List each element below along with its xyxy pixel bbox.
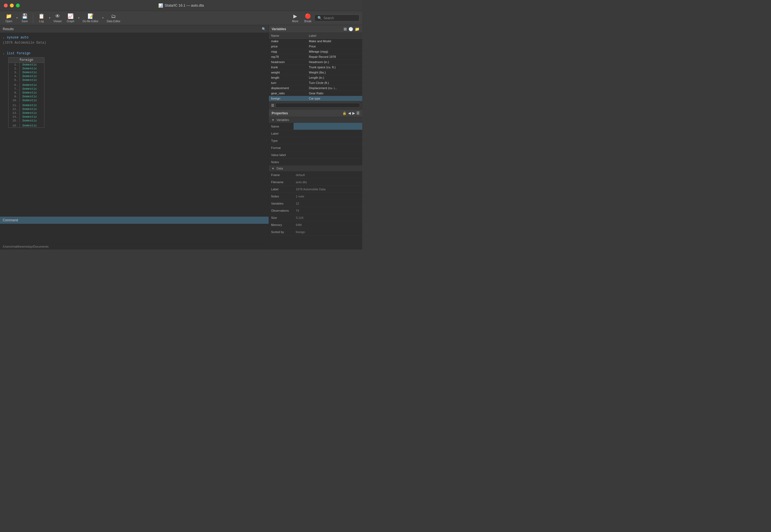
- var-name-cell: trunk: [269, 65, 307, 70]
- variable-row[interactable]: displacementDisplacement (cu. i...: [269, 86, 362, 91]
- variable-row[interactable]: trunkTrunk space (cu. ft.): [269, 65, 362, 70]
- break-button[interactable]: 🔴 Break: [302, 12, 314, 24]
- prop-data-key: Notes: [269, 195, 293, 198]
- var-label-cell: Displacement (cu. i...: [307, 86, 362, 91]
- properties-label: Properties: [272, 111, 288, 115]
- variables-history-icon[interactable]: 🕐: [348, 27, 353, 31]
- var-name-cell: displacement: [269, 86, 307, 91]
- variable-row[interactable]: weightWeight (lbs.): [269, 70, 362, 75]
- prop-data-value: foreign: [293, 228, 362, 235]
- variables-label: Variables: [272, 27, 286, 31]
- var-filter-icon[interactable]: ☰: [271, 103, 274, 107]
- properties-prev-icon[interactable]: ◀: [348, 111, 351, 115]
- viewer-button[interactable]: 👁 Viewer: [51, 12, 64, 24]
- properties-menu-icon[interactable]: ☰: [356, 111, 359, 115]
- table-row: 9.Domestic: [9, 95, 44, 98]
- table-row: 13.Domestic: [9, 111, 44, 115]
- variables-table-header-row: Name Label: [269, 33, 362, 39]
- variable-row[interactable]: gear_ratioGear Ratio: [269, 91, 362, 96]
- viewer-icon: 👁: [55, 13, 60, 19]
- prop-data-row: Size3.11K: [269, 214, 362, 221]
- prop-data-row: Notes1 note: [269, 193, 362, 200]
- prop-row: Type: [269, 137, 362, 144]
- toolbar: 📁 Open ▼ 💾 Save 📋 Log ▼ 👁 Viewer 📈 Graph…: [0, 11, 362, 25]
- table-row: 6.Domestic: [9, 83, 44, 87]
- properties-next-icon[interactable]: ▶: [352, 111, 355, 115]
- var-name-cell: turn: [269, 80, 307, 86]
- variables-header-icons: ⊞ 🕐 📁: [343, 27, 359, 31]
- prop-var-rows: NameLabelTypeFormatValue labelNotes: [269, 123, 362, 166]
- variable-row[interactable]: makeMake and Model: [269, 39, 362, 44]
- prop-data-value: 1 note: [293, 193, 362, 200]
- open-button[interactable]: 📁 Open: [3, 12, 15, 24]
- log-dropdown-arrow[interactable]: ▼: [49, 17, 51, 19]
- minimize-button[interactable]: [10, 4, 14, 7]
- more-button[interactable]: ▶ More: [289, 12, 301, 24]
- graph-dropdown-arrow[interactable]: ▼: [78, 17, 80, 19]
- prop-data-value: 3.11K: [293, 214, 362, 221]
- prop-value: [293, 137, 362, 144]
- command-bar: Command: [0, 217, 268, 224]
- log-button[interactable]: 📋 Log: [35, 12, 47, 24]
- var-name-cell: make: [269, 39, 307, 44]
- prop-key: Type: [269, 139, 293, 142]
- var-name-cell: length: [269, 75, 307, 80]
- table-row: 4.Domestic: [9, 74, 44, 78]
- table-row: 12.Domestic: [9, 107, 44, 111]
- prop-data-row: Variables12: [269, 200, 362, 207]
- results-content[interactable]: . sysuse auto (1978 Automobile Data) . l…: [0, 33, 268, 217]
- prop-variables-group-header[interactable]: ▼ Variables: [269, 117, 362, 123]
- prop-data-key: Variables: [269, 202, 293, 205]
- search-icon: 🔍: [317, 16, 322, 20]
- variable-row[interactable]: pricePrice: [269, 44, 362, 49]
- prop-data-group-header[interactable]: ▼ Data: [269, 166, 362, 171]
- close-button[interactable]: [4, 4, 8, 7]
- var-label-cell: Price: [307, 44, 362, 49]
- variables-table-scroll[interactable]: Name Label makeMake and ModelpricePricem…: [269, 33, 362, 101]
- prop-data-group-label: Data: [276, 167, 283, 170]
- variables-folder-icon[interactable]: 📁: [355, 27, 359, 31]
- variables-grid-icon[interactable]: ⊞: [343, 27, 347, 31]
- search-input[interactable]: [323, 16, 356, 20]
- command-input-area[interactable]: [0, 224, 268, 243]
- results-label: Results: [3, 27, 14, 31]
- data-group-chevron: ▼: [272, 167, 274, 170]
- foreign-table-header: foreign: [9, 58, 44, 63]
- results-line-3: [3, 46, 266, 51]
- search-box[interactable]: 🔍: [314, 15, 359, 21]
- variable-row[interactable]: mpgMileage (mpg): [269, 49, 362, 54]
- table-row: 10.Domestic: [9, 98, 44, 102]
- results-search-icon[interactable]: 🔍: [262, 27, 266, 31]
- prop-data-value: 74: [293, 207, 362, 214]
- variable-row[interactable]: rep78Repair Record 1978: [269, 54, 362, 60]
- table-row: 3.Domestic: [9, 70, 44, 74]
- open-dropdown-arrow[interactable]: ▼: [16, 17, 18, 19]
- variable-search-input[interactable]: [275, 103, 360, 108]
- prop-key: Value label: [269, 153, 293, 157]
- prop-data-key: Observations: [269, 209, 293, 212]
- properties-lock-icon[interactable]: 🔒: [342, 111, 346, 115]
- var-name-cell: headroom: [269, 60, 307, 65]
- variables-section-header: Variables ⊞ 🕐 📁: [269, 25, 362, 33]
- prop-data-value: 1978 Automobile Data: [293, 186, 362, 193]
- prop-value[interactable]: [293, 123, 362, 130]
- variable-row[interactable]: lengthLength (in.): [269, 75, 362, 80]
- prop-data-row: Framedefault: [269, 171, 362, 179]
- variable-row[interactable]: foreignCar type: [269, 96, 362, 101]
- graph-button[interactable]: 📈 Graph: [64, 12, 77, 24]
- traffic-lights[interactable]: [4, 4, 20, 7]
- dataeditor-button[interactable]: 🗂 Data Editor: [104, 12, 123, 24]
- var-label-cell: Gear Ratio: [307, 91, 362, 96]
- prop-data-row: Memory64M: [269, 221, 362, 228]
- prop-key: Notes: [269, 160, 293, 164]
- prop-data-key: Size: [269, 216, 293, 219]
- maximize-button[interactable]: [16, 4, 20, 7]
- variable-row[interactable]: turnTurn Circle (ft.): [269, 80, 362, 86]
- right-panel: Variables ⊞ 🕐 📁 Name Label makeMake and …: [269, 25, 362, 250]
- var-name-cell: foreign: [269, 96, 307, 101]
- save-button[interactable]: 💾 Save: [19, 12, 31, 24]
- variable-row[interactable]: headroomHeadroom (in.): [269, 60, 362, 65]
- dofile-dropdown-arrow[interactable]: ▼: [102, 17, 104, 19]
- table-rows-group-4: 16.Domestic: [9, 124, 44, 128]
- dofile-button[interactable]: 📝 Do-file Editor: [80, 12, 101, 24]
